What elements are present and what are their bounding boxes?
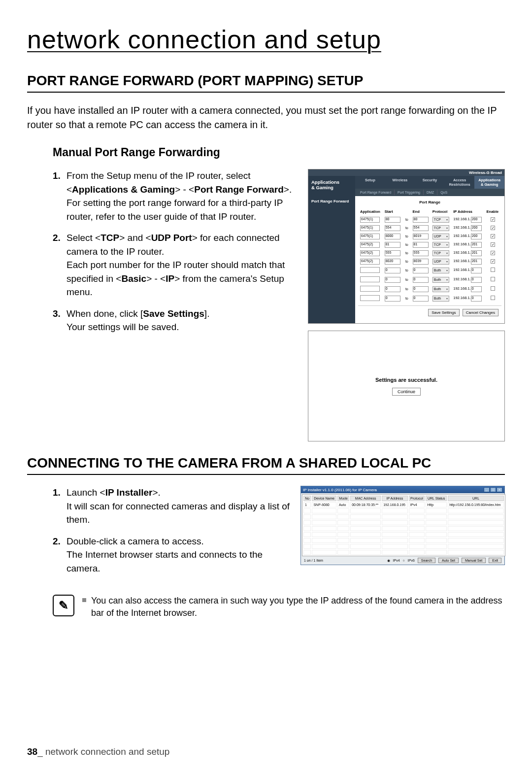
- end-input[interactable]: 555: [413, 250, 429, 256]
- ip-installer-table: No Device Name Mode MAC Address IP Addre…: [302, 494, 505, 556]
- port-forward-row: 6475(1)8000to8019UDP192.168.1.200✓: [359, 233, 500, 240]
- ip-input[interactable]: 0: [471, 277, 482, 283]
- col-end: End: [412, 208, 431, 215]
- protocol-select[interactable]: TCP: [432, 217, 449, 223]
- start-input[interactable]: 0: [385, 277, 400, 283]
- end-input[interactable]: 8019: [413, 234, 429, 239]
- ipv6-radio[interactable]: ○: [403, 559, 405, 562]
- tab-security[interactable]: Security: [415, 176, 445, 189]
- enable-checkbox[interactable]: ✓: [491, 217, 495, 222]
- start-input[interactable]: 0: [385, 286, 400, 292]
- start-input[interactable]: 0: [385, 268, 400, 273]
- end-input[interactable]: 554: [413, 225, 429, 231]
- ip-prefix: 192.168.1.: [453, 296, 470, 300]
- end-input[interactable]: 81: [413, 242, 429, 248]
- ip-prefix: 192.168.1.: [453, 234, 470, 238]
- app-input[interactable]: [360, 276, 380, 282]
- app-input[interactable]: 6475(1): [360, 234, 380, 239]
- tab-setup[interactable]: Setup: [355, 176, 385, 189]
- bold: TCP: [100, 233, 119, 243]
- protocol-select[interactable]: UDP: [432, 234, 449, 239]
- protocol-select[interactable]: Both: [432, 277, 449, 283]
- save-settings-button[interactable]: Save Settings: [428, 309, 459, 316]
- enable-checkbox[interactable]: ✓: [491, 251, 495, 255]
- start-input[interactable]: 0: [385, 296, 400, 302]
- ip-prefix: 192.168.1.: [453, 259, 470, 263]
- exit-button[interactable]: Exit: [489, 558, 501, 563]
- port-forward-row: 6475(2)555to555TCP192.168.1.201✓: [359, 249, 500, 257]
- subtab-dmz[interactable]: DMZ: [424, 190, 437, 195]
- ip-input[interactable]: 201: [471, 259, 482, 265]
- enable-checkbox[interactable]: [491, 296, 495, 300]
- start-input[interactable]: 555: [385, 250, 400, 256]
- enable-checkbox[interactable]: [491, 268, 495, 272]
- start-input[interactable]: 8000: [385, 234, 400, 239]
- start-input[interactable]: 8020: [385, 259, 400, 265]
- to-label: to: [404, 251, 409, 255]
- end-input[interactable]: 0: [413, 268, 429, 273]
- subtab-qos[interactable]: QoS: [437, 190, 450, 195]
- protocol-select[interactable]: TCP: [432, 225, 449, 231]
- autoset-button[interactable]: Auto Set: [438, 558, 459, 563]
- start-input[interactable]: 80: [385, 217, 400, 223]
- search-button[interactable]: Search: [418, 558, 435, 563]
- subtab-prf[interactable]: Port Range Forward: [357, 190, 395, 195]
- app-input[interactable]: [360, 295, 380, 301]
- subtab-trigger[interactable]: Port Triggering: [395, 190, 424, 195]
- app-input[interactable]: [360, 267, 380, 273]
- enable-checkbox[interactable]: ✓: [491, 234, 495, 238]
- app-input[interactable]: 6475(2): [360, 259, 380, 265]
- app-input[interactable]: [360, 286, 380, 292]
- end-input[interactable]: 8039: [413, 259, 429, 265]
- ip-input[interactable]: 200: [471, 234, 482, 239]
- ip-input[interactable]: 200: [471, 225, 482, 231]
- ipv4-radio[interactable]: ◉: [387, 559, 390, 563]
- manualset-button[interactable]: Manual Set: [462, 558, 486, 563]
- protocol-select[interactable]: UDP: [432, 259, 449, 265]
- protocol-select[interactable]: TCP: [432, 250, 449, 256]
- bold: Save Settings: [143, 308, 204, 319]
- maximize-icon[interactable]: □: [490, 487, 496, 492]
- ip-input[interactable]: 201: [471, 242, 482, 248]
- enable-checkbox[interactable]: ✓: [491, 242, 495, 247]
- protocol-select[interactable]: Both: [432, 268, 449, 273]
- ip-input[interactable]: 0: [471, 268, 482, 273]
- start-input[interactable]: 554: [385, 225, 400, 231]
- end-input[interactable]: 0: [413, 286, 429, 292]
- tab-apps-gaming[interactable]: Applications & Gaming: [474, 176, 504, 189]
- app-input[interactable]: 6475(2): [360, 242, 380, 248]
- end-input[interactable]: 0: [413, 296, 429, 302]
- subheading-manual: Manual Port Range Forwarding: [53, 146, 505, 159]
- app-input[interactable]: 6475(1): [360, 217, 380, 223]
- text: When done, click [: [66, 308, 143, 319]
- protocol-select[interactable]: Both: [432, 296, 449, 302]
- ip-input[interactable]: 201: [471, 250, 482, 256]
- to-label: to: [404, 218, 409, 221]
- tab-access[interactable]: Access Restrictions: [445, 176, 475, 189]
- cell: 192.168.0.195: [382, 502, 407, 507]
- item-count: 1 on / 1 Item: [304, 559, 323, 562]
- tab-wireless[interactable]: Wireless: [385, 176, 415, 189]
- end-input[interactable]: 80: [413, 217, 429, 223]
- close-icon[interactable]: ×: [497, 487, 502, 492]
- protocol-select[interactable]: TCP: [432, 242, 449, 248]
- camera-row[interactable]: 1 SNP-6080 Auto 00:09:18:70:35:** 192.16…: [303, 502, 504, 507]
- continue-button[interactable]: Continue: [392, 388, 421, 396]
- start-input[interactable]: 81: [385, 242, 400, 248]
- enable-checkbox[interactable]: [491, 286, 495, 291]
- ip-prefix: 192.168.1.: [453, 217, 470, 221]
- ip-input[interactable]: 0: [471, 286, 482, 292]
- app-input[interactable]: 6475(2): [360, 250, 380, 256]
- cancel-changes-button[interactable]: Cancel Changes: [463, 309, 499, 316]
- end-input[interactable]: 0: [413, 277, 429, 283]
- protocol-select[interactable]: Both: [432, 286, 449, 292]
- port-range-heading: Port Range: [358, 200, 501, 204]
- app-input[interactable]: 6475(1): [360, 225, 380, 231]
- enable-checkbox[interactable]: ✓: [491, 259, 495, 264]
- ip-input[interactable]: 0: [471, 296, 482, 302]
- enable-checkbox[interactable]: ✓: [491, 226, 495, 230]
- minimize-icon[interactable]: _: [484, 487, 490, 492]
- ip-input[interactable]: 200: [471, 217, 482, 223]
- enable-checkbox[interactable]: [491, 277, 495, 281]
- cell: http://192.158.0.195:80/index.htm: [448, 502, 504, 507]
